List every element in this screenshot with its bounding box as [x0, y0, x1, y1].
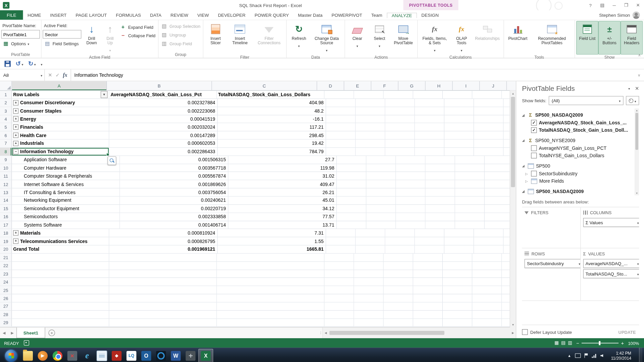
- formula-content[interactable]: Information Technology: [71, 69, 634, 81]
- cell-D24[interactable]: [324, 278, 354, 286]
- row-header-20[interactable]: 20: [0, 245, 12, 253]
- cell-E20[interactable]: [356, 245, 385, 253]
- cell-C6[interactable]: 298.45: [218, 131, 326, 139]
- recommended-pivottables-button[interactable]: Recommended PivotTables: [531, 21, 574, 54]
- fields-list-scrollbar[interactable]: ▲ ▼: [635, 108, 639, 195]
- sheet-nav-right-icon[interactable]: ▶: [8, 327, 16, 338]
- cell-H15[interactable]: [455, 205, 485, 213]
- expand-item-button[interactable]: +: [13, 124, 18, 130]
- cell-C28[interactable]: [217, 311, 325, 319]
- cell-B5[interactable]: 0.002032024: [109, 123, 218, 131]
- column-header-e[interactable]: E: [344, 81, 371, 90]
- cell-D20[interactable]: [326, 245, 356, 253]
- cell-B8[interactable]: 0.002286433: [109, 148, 218, 156]
- expand-item-button[interactable]: +: [13, 230, 18, 236]
- cell-B27[interactable]: [109, 302, 217, 310]
- cell-A11[interactable]: Computer Storage & Peripherals: [12, 172, 120, 180]
- select-button[interactable]: Select: [368, 21, 390, 54]
- cell-I27[interactable]: [472, 302, 502, 310]
- cell-D16[interactable]: [337, 213, 366, 221]
- cell-H12[interactable]: [455, 180, 485, 188]
- show-hidden-icons[interactable]: ▲: [568, 354, 571, 358]
- cell-E14[interactable]: [366, 196, 396, 204]
- field-list-toggle[interactable]: Field List: [576, 21, 598, 54]
- taskbar-app-excel[interactable]: [198, 349, 213, 362]
- cell-E10[interactable]: [366, 164, 396, 172]
- cell-I7[interactable]: [474, 139, 503, 147]
- field-checkbox[interactable]: [531, 153, 537, 159]
- cell-B17[interactable]: 0.001406714: [120, 221, 228, 229]
- field-checkbox[interactable]: ✓: [531, 120, 537, 126]
- cell-A22[interactable]: [12, 262, 109, 270]
- row-header-23[interactable]: 23: [0, 270, 12, 278]
- cell-A7[interactable]: +Industrials: [12, 139, 109, 147]
- cell-I2[interactable]: [474, 99, 503, 107]
- cell-E4[interactable]: [356, 115, 385, 123]
- cell-E8[interactable]: [356, 148, 385, 156]
- fields-scroll-thumb[interactable]: [635, 113, 638, 150]
- cell-F18[interactable]: [385, 229, 415, 237]
- cell-F6[interactable]: [385, 131, 415, 139]
- cell-A14[interactable]: Networking Equipment: [12, 196, 120, 204]
- cell-D18[interactable]: [326, 229, 356, 237]
- clear-button[interactable]: Clear: [346, 21, 368, 54]
- cell-D19[interactable]: [326, 237, 356, 245]
- pane-close-icon[interactable]: ✕: [635, 86, 639, 92]
- cell-E6[interactable]: [356, 131, 385, 139]
- cell-A2[interactable]: +Consumer Discretionary: [12, 99, 109, 107]
- row-header-28[interactable]: 28: [0, 311, 12, 319]
- vertical-scroll-thumb[interactable]: [511, 97, 515, 187]
- cell-D25[interactable]: [324, 286, 354, 294]
- cell-H4[interactable]: [444, 115, 474, 123]
- cell-G26[interactable]: [413, 294, 443, 302]
- ribbon-tab-insert[interactable]: INSERT: [46, 12, 71, 17]
- taskbar-app-messenger[interactable]: [154, 349, 168, 362]
- vertical-scrollbar[interactable]: ▲ ▼: [510, 90, 516, 327]
- cell-I5[interactable]: [474, 123, 503, 131]
- cell-G14[interactable]: [426, 196, 455, 204]
- horizontal-scrollbar[interactable]: ◀ ▶: [322, 327, 516, 338]
- customize-qat-button[interactable]: [39, 59, 44, 68]
- cell-H5[interactable]: [444, 123, 474, 131]
- scrollbar-splitter[interactable]: ⁞: [319, 327, 322, 338]
- cell-I20[interactable]: [474, 245, 503, 253]
- cell-E26[interactable]: [354, 294, 384, 302]
- field-group-sp500-nyse2009[interactable]: ◢ΣSP500_NYSE2009: [522, 136, 633, 144]
- cell-G10[interactable]: [426, 164, 455, 172]
- close-button[interactable]: ✕: [632, 0, 644, 10]
- cell-H13[interactable]: [455, 188, 485, 196]
- field-checkbox[interactable]: [531, 145, 537, 151]
- cell-I24[interactable]: [472, 278, 502, 286]
- cell-C13[interactable]: 26.21: [228, 188, 337, 196]
- cell-B2[interactable]: 0.002327884: [109, 99, 218, 107]
- area-chip-values[interactable]: Σ Values: [583, 218, 639, 227]
- cell-E7[interactable]: [356, 139, 385, 147]
- cell-A19[interactable]: +Telecommunications Services: [12, 237, 109, 245]
- volume-icon[interactable]: [600, 354, 603, 357]
- cell-H9[interactable]: [455, 156, 485, 164]
- cell-F26[interactable]: [384, 294, 413, 302]
- cell-E1[interactable]: [354, 91, 384, 99]
- cell-A24[interactable]: [12, 278, 109, 286]
- cell-A4[interactable]: +Energy: [12, 115, 109, 123]
- cell-F10[interactable]: [396, 164, 425, 172]
- cell-F12[interactable]: [396, 180, 425, 188]
- field-headers-toggle[interactable]: Field Headers: [621, 21, 643, 54]
- help-button[interactable]: ?: [584, 0, 596, 10]
- expand-formula-bar-icon[interactable]: ∨: [634, 69, 644, 81]
- cell-D2[interactable]: [326, 99, 356, 107]
- expand-item-button[interactable]: +: [13, 108, 18, 114]
- cell-B20[interactable]: 0.001969121: [109, 245, 218, 253]
- change-data-source-button[interactable]: Change Data Source: [310, 21, 343, 54]
- cell-E9[interactable]: [366, 156, 396, 164]
- cell-D14[interactable]: [337, 196, 366, 204]
- cell-F29[interactable]: [384, 319, 413, 327]
- cell-C3[interactable]: 48.2: [218, 107, 326, 115]
- cell-D28[interactable]: [324, 311, 354, 319]
- cell-B25[interactable]: [109, 286, 217, 294]
- row-header-13[interactable]: 13: [0, 188, 12, 196]
- row-header-27[interactable]: 27: [0, 302, 12, 310]
- cell-C21[interactable]: [217, 254, 325, 262]
- minimize-button[interactable]: ─: [608, 0, 620, 10]
- cell-G11[interactable]: [426, 172, 455, 180]
